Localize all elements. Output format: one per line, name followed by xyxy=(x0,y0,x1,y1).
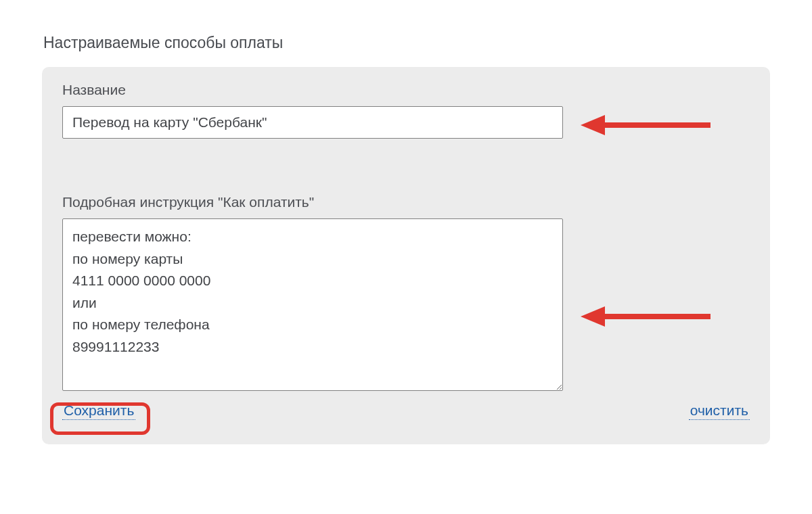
actions-row: Сохранить очистить xyxy=(62,402,750,420)
name-label: Название xyxy=(62,82,750,98)
clear-button[interactable]: очистить xyxy=(689,402,750,420)
instructions-textarea[interactable] xyxy=(62,218,563,391)
name-input[interactable] xyxy=(62,106,563,139)
instructions-label: Подробная инструкция "Как оплатить" xyxy=(62,194,750,210)
save-button[interactable]: Сохранить xyxy=(62,402,135,420)
payment-method-card: Название Подробная инструкция "Как оплат… xyxy=(42,67,770,444)
page-title: Настраиваемые способы оплаты xyxy=(43,34,770,52)
